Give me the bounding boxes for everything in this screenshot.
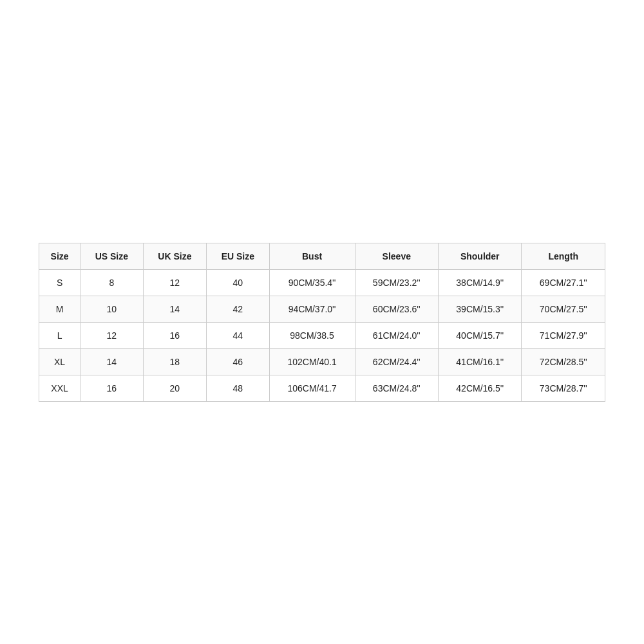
table-cell: 90CM/35.4'' (269, 269, 355, 296)
table-cell: XXL (39, 375, 80, 401)
table-cell: 10 (80, 296, 143, 322)
column-header: Sleeve (355, 243, 438, 269)
table-row: XXL162048106CM/41.763CM/24.8''42CM/16.5'… (39, 375, 605, 401)
table-cell: XL (39, 348, 80, 375)
table-cell: 62CM/24.4'' (355, 348, 438, 375)
table-cell: 44 (207, 322, 269, 348)
table-cell: 16 (143, 322, 207, 348)
table-row: M10144294CM/37.0''60CM/23.6''39CM/15.3''… (39, 296, 605, 322)
table-cell: 42CM/16.5'' (439, 375, 522, 401)
table-cell: 14 (80, 348, 143, 375)
column-header: EU Size (207, 243, 269, 269)
column-header: UK Size (143, 243, 207, 269)
table-header-row: SizeUS SizeUK SizeEU SizeBustSleeveShoul… (39, 243, 605, 269)
table-cell: 73CM/28.7'' (522, 375, 605, 401)
column-header: Size (39, 243, 80, 269)
table-cell: 71CM/27.9'' (522, 322, 605, 348)
table-cell: 94CM/37.0'' (269, 296, 355, 322)
table-cell: 16 (80, 375, 143, 401)
table-row: XL141846102CM/40.162CM/24.4''41CM/16.1''… (39, 348, 605, 375)
table-cell: 20 (143, 375, 207, 401)
table-cell: 46 (207, 348, 269, 375)
table-cell: 59CM/23.2'' (355, 269, 438, 296)
table-cell: 70CM/27.5'' (522, 296, 605, 322)
column-header: Shoulder (439, 243, 522, 269)
table-cell: 40 (207, 269, 269, 296)
table-cell: 61CM/24.0'' (355, 322, 438, 348)
size-chart-container: SizeUS SizeUK SizeEU SizeBustSleeveShoul… (39, 243, 605, 402)
table-cell: 98CM/38.5 (269, 322, 355, 348)
table-cell: L (39, 322, 80, 348)
size-chart-table: SizeUS SizeUK SizeEU SizeBustSleeveShoul… (39, 243, 605, 402)
table-cell: 14 (143, 296, 207, 322)
table-cell: M (39, 296, 80, 322)
table-cell: 38CM/14.9'' (439, 269, 522, 296)
column-header: US Size (80, 243, 143, 269)
table-cell: 18 (143, 348, 207, 375)
table-cell: 42 (207, 296, 269, 322)
table-cell: 12 (143, 269, 207, 296)
table-cell: 102CM/40.1 (269, 348, 355, 375)
table-cell: 72CM/28.5'' (522, 348, 605, 375)
table-cell: 63CM/24.8'' (355, 375, 438, 401)
table-cell: 60CM/23.6'' (355, 296, 438, 322)
table-row: L12164498CM/38.561CM/24.0''40CM/15.7''71… (39, 322, 605, 348)
table-cell: 12 (80, 322, 143, 348)
table-cell: 40CM/15.7'' (439, 322, 522, 348)
column-header: Bust (269, 243, 355, 269)
table-cell: S (39, 269, 80, 296)
table-body: S8124090CM/35.4''59CM/23.2''38CM/14.9''6… (39, 269, 605, 401)
table-cell: 39CM/15.3'' (439, 296, 522, 322)
table-cell: 41CM/16.1'' (439, 348, 522, 375)
table-cell: 106CM/41.7 (269, 375, 355, 401)
table-cell: 48 (207, 375, 269, 401)
column-header: Length (522, 243, 605, 269)
table-cell: 8 (80, 269, 143, 296)
table-row: S8124090CM/35.4''59CM/23.2''38CM/14.9''6… (39, 269, 605, 296)
table-cell: 69CM/27.1'' (522, 269, 605, 296)
